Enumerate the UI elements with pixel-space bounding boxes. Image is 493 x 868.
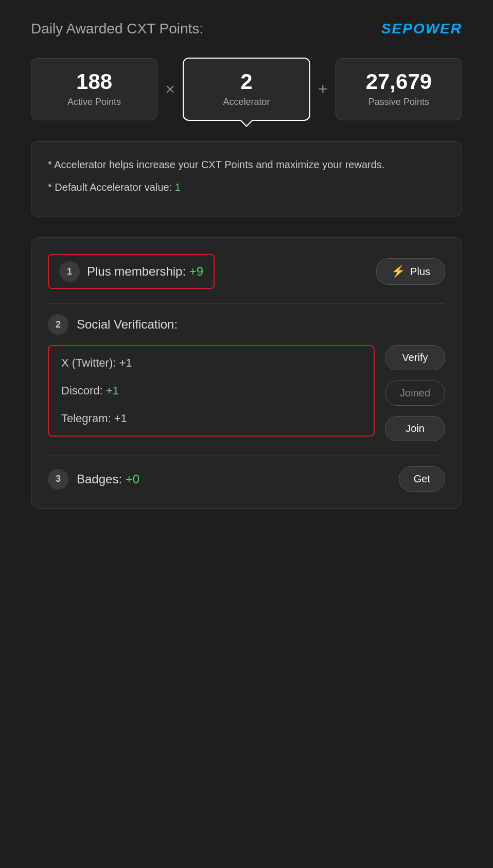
info-line1: * Accelerator helps increase your CXT Po… <box>48 156 445 173</box>
accelerator-card: 2 Accelerator <box>183 58 310 121</box>
badges-number: 3 <box>48 469 68 490</box>
get-button[interactable]: Get <box>399 466 445 492</box>
plus-operator: + <box>315 80 330 99</box>
verify-button[interactable]: Verify <box>385 345 445 370</box>
divider-2 <box>48 456 445 456</box>
join-button[interactable]: Join <box>385 416 445 441</box>
joined-button[interactable]: Joined <box>385 381 445 406</box>
active-points-card: 188 Active Points <box>31 58 157 120</box>
accelerator-label: Accelerator <box>199 97 294 107</box>
passive-points-label: Passive Points <box>351 97 446 107</box>
badge-left: 3 Badges: +0 <box>48 469 139 490</box>
membership-highlighted: 1 Plus membership: +9 <box>48 254 215 289</box>
membership-value: +9 <box>189 264 203 278</box>
accelerator-value: 2 <box>199 71 294 93</box>
social-number: 2 <box>48 314 68 335</box>
divider-1 <box>48 303 445 304</box>
brand-logo: SEPOWER <box>381 21 462 37</box>
membership-label: Plus membership: +9 <box>87 264 203 279</box>
main-card: 1 Plus membership: +9 ⚡ Plus 2 Social Ve… <box>31 237 462 509</box>
badges-label: Badges: +0 <box>77 472 139 486</box>
points-row: 188 Active Points × 2 Accelerator + 27,6… <box>31 58 462 121</box>
plus-button[interactable]: ⚡ Plus <box>376 258 445 285</box>
membership-section: 1 Plus membership: +9 ⚡ Plus <box>48 254 445 289</box>
social-label: Social Verification: <box>77 317 178 332</box>
social-buttons: Verify Joined Join <box>385 345 445 441</box>
active-points-label: Active Points <box>47 97 142 107</box>
membership-number: 1 <box>59 261 80 282</box>
info-box: * Accelerator helps increase your CXT Po… <box>31 141 462 216</box>
social-content: X (Twitter): +1 Discord: +1 Telegram: +1… <box>48 345 445 441</box>
telegram-item: Telegram: +1 <box>61 412 361 425</box>
default-accelerator-value: 1 <box>175 182 181 193</box>
badges-value: +0 <box>126 472 139 486</box>
social-header: 2 Social Verification: <box>48 314 445 335</box>
passive-points-value: 27,679 <box>351 71 446 93</box>
social-section: 2 Social Verification: X (Twitter): +1 D… <box>48 314 445 441</box>
social-items-box: X (Twitter): +1 Discord: +1 Telegram: +1 <box>48 345 375 437</box>
discord-item: Discord: +1 <box>61 384 361 397</box>
page-title: Daily Awarded CXT Points: <box>31 21 203 37</box>
passive-points-card: 27,679 Passive Points <box>336 58 462 120</box>
twitter-item: X (Twitter): +1 <box>61 356 361 370</box>
header: Daily Awarded CXT Points: SEPOWER <box>31 21 462 37</box>
lightning-icon: ⚡ <box>391 265 405 278</box>
info-line2: * Default Accelerator value: 1 <box>48 179 445 195</box>
multiply-operator: × <box>163 80 178 99</box>
badges-section: 3 Badges: +0 Get <box>48 466 445 492</box>
active-points-value: 188 <box>47 71 142 93</box>
